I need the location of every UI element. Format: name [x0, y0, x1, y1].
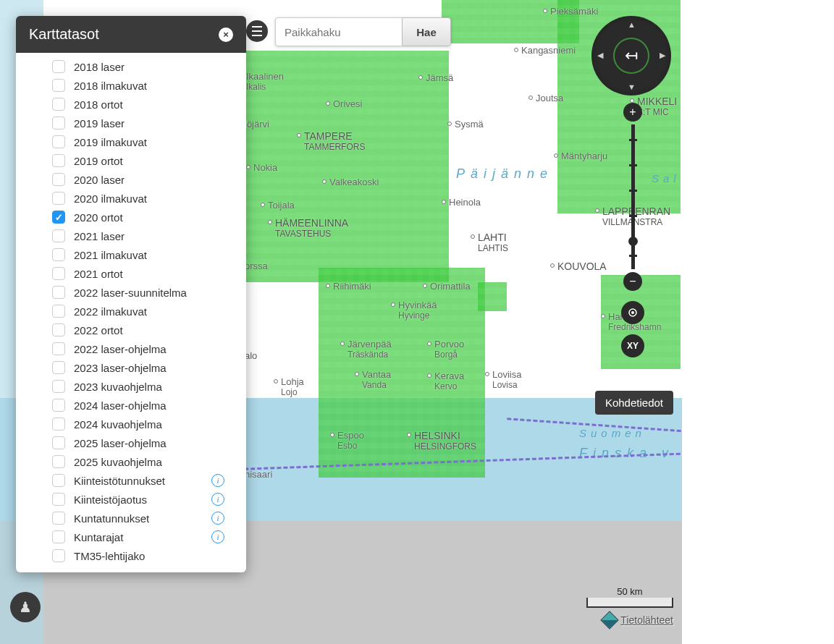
info-icon[interactable]: i [211, 474, 224, 487]
layer-checkbox[interactable] [52, 455, 65, 468]
layer-row[interactable]: 2021 laser [16, 226, 246, 245]
city-marker [355, 372, 359, 376]
layer-checkbox[interactable] [52, 474, 65, 487]
layer-row[interactable]: 2023 laser-ohjelma [16, 358, 246, 377]
locate-button[interactable] [621, 301, 644, 324]
pan-south-button[interactable]: ▼ [628, 82, 636, 91]
layer-checkbox[interactable] [52, 436, 65, 449]
city-marker [297, 133, 301, 137]
layer-checkbox[interactable] [52, 60, 65, 73]
layer-row[interactable]: 2023 kuvaohjelma [16, 377, 246, 396]
menu-button[interactable] [246, 20, 268, 42]
layer-label: 2018 ilmakuvat [74, 80, 147, 92]
svg-point-1 [631, 311, 634, 314]
layer-row[interactable]: TM35-lehtijako [16, 546, 246, 565]
layers-panel: Karttatasot × 2018 laser2018 ilmakuvat20… [16, 16, 246, 572]
layer-row[interactable]: 2021 ilmakuvat [16, 245, 246, 264]
layer-checkbox[interactable] [52, 79, 65, 92]
layer-label: 2019 ortot [74, 155, 123, 167]
search-input[interactable] [275, 17, 402, 46]
reset-view-button[interactable]: ↤ [613, 38, 649, 74]
app-logo-button[interactable]: ♟ [10, 592, 41, 622]
city-marker [471, 234, 475, 239]
layer-row[interactable]: 2020 laser [16, 170, 246, 189]
layer-checkbox[interactable] [52, 530, 65, 543]
layer-checkbox[interactable] [52, 286, 65, 299]
layer-row[interactable]: 2025 kuvaohjelma [16, 452, 246, 471]
layer-label: 2020 laser [74, 174, 125, 186]
layer-checkbox[interactable] [52, 380, 65, 393]
layer-row[interactable]: 2019 laser [16, 114, 246, 132]
layers-list[interactable]: 2018 laser2018 ilmakuvat2018 ortot2019 l… [16, 53, 246, 572]
city-marker [423, 284, 427, 288]
layer-row[interactable]: 2019 ortot [16, 151, 246, 170]
layer-row[interactable]: 2019 ilmakuvat [16, 132, 246, 151]
city-marker [274, 379, 278, 384]
layer-label: 2024 laser-ohjelma [74, 399, 167, 412]
search-button[interactable]: Hae [402, 17, 451, 46]
layer-checkbox[interactable] [52, 192, 65, 205]
coverage-zone [478, 282, 507, 311]
info-icon[interactable]: i [211, 512, 224, 525]
layer-row[interactable]: 2025 laser-ohjelma [16, 433, 246, 452]
search-bar: Hae [275, 17, 451, 46]
layer-row[interactable]: 2024 kuvaohjelma [16, 415, 246, 433]
layer-checkbox[interactable] [52, 229, 65, 242]
coverage-zone [319, 268, 485, 478]
layer-label: 2021 ilmakuvat [74, 249, 147, 261]
layer-row[interactable]: Kiinteistöjaotusi [16, 490, 246, 509]
layer-checkbox[interactable] [52, 399, 65, 412]
layer-checkbox[interactable] [52, 98, 65, 111]
layer-row[interactable]: Kuntatunnukseti [16, 509, 246, 528]
close-icon[interactable]: × [219, 27, 233, 42]
layer-checkbox[interactable] [52, 361, 65, 374]
layer-row[interactable]: 2018 ortot [16, 95, 246, 114]
zoom-out-button[interactable]: − [623, 272, 642, 291]
layer-label: TM35-lehtijako [74, 550, 145, 562]
pan-east-button[interactable]: ▶ [660, 51, 665, 60]
pan-west-button[interactable]: ◀ [597, 51, 603, 60]
layer-row[interactable]: 2021 ortot [16, 264, 246, 283]
layer-row[interactable]: 2018 ilmakuvat [16, 76, 246, 95]
layer-checkbox[interactable] [52, 173, 65, 186]
layer-checkbox[interactable] [52, 549, 65, 562]
layer-row[interactable]: Kuntarajati [16, 528, 246, 546]
layer-checkbox[interactable] [52, 305, 65, 318]
layer-checkbox[interactable] [52, 267, 65, 280]
layer-checkbox[interactable] [52, 493, 65, 506]
layer-checkbox[interactable] [52, 342, 65, 355]
layer-row[interactable]: Kiinteistötunnukseti [16, 471, 246, 490]
xy-coordinates-button[interactable]: XY [621, 334, 644, 357]
layer-checkbox[interactable] [52, 512, 65, 525]
layer-checkbox[interactable] [52, 116, 65, 130]
zoom-in-button[interactable]: + [623, 103, 642, 122]
layer-row[interactable]: 2018 laser [16, 57, 246, 76]
city-marker [268, 220, 272, 224]
layer-row[interactable]: 2022 laser-suunnitelma [16, 283, 246, 302]
water-label: Sal [652, 172, 681, 185]
info-icon[interactable]: i [211, 493, 224, 506]
layer-checkbox[interactable] [52, 323, 65, 336]
city-marker [407, 433, 411, 437]
layer-label: Kiinteistöjaotus [74, 493, 147, 506]
layer-row[interactable]: 2022 ortot [16, 321, 246, 339]
layer-checkbox[interactable] [52, 211, 65, 224]
info-icon[interactable]: i [211, 530, 224, 543]
layer-label: Kiinteistötunnukset [74, 475, 165, 487]
layer-label: 2022 ilmakuvat [74, 305, 147, 318]
layer-label: Kuntatunnukset [74, 512, 149, 525]
layer-row[interactable]: 2020 ilmakuvat [16, 189, 246, 208]
layer-label: 2025 kuvaohjelma [74, 456, 162, 468]
layer-checkbox[interactable] [52, 418, 65, 431]
layer-checkbox[interactable] [52, 135, 65, 148]
layer-row[interactable]: 2020 ortot [16, 208, 246, 226]
layer-row[interactable]: 2022 laser-ohjelma [16, 339, 246, 358]
layer-row[interactable]: 2022 ilmakuvat [16, 302, 246, 321]
layer-checkbox[interactable] [52, 248, 65, 261]
pan-north-button[interactable]: ▲ [628, 20, 636, 29]
zoom-handle[interactable] [628, 237, 638, 246]
zoom-slider[interactable] [631, 124, 635, 269]
layer-row[interactable]: 2024 laser-ohjelma [16, 396, 246, 415]
data-sources-link[interactable]: Tietolähteet [620, 614, 673, 626]
layer-checkbox[interactable] [52, 154, 65, 167]
